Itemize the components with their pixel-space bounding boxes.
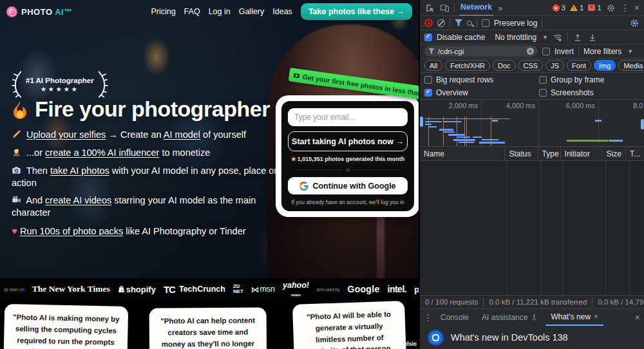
requests-table-header: Name Status Type Initiator Size T...	[420, 147, 644, 161]
nav-ideas[interactable]: Ideas	[272, 7, 292, 16]
column-initiator[interactable]: Initiator	[561, 147, 603, 160]
screenshots-label: Screenshots	[551, 88, 594, 97]
issue-icon	[588, 5, 595, 11]
invert-checkbox[interactable]	[542, 48, 550, 55]
star-icon: ★	[291, 156, 296, 162]
close-drawer-icon[interactable]: ×	[635, 312, 640, 323]
column-time[interactable]: T...	[626, 147, 644, 160]
waterfall-bar	[464, 117, 465, 146]
overview-right-handle[interactable]	[641, 119, 644, 129]
transferred-size: 0.0 kB / 11,221 kB transferred	[489, 298, 587, 306]
chip-font[interactable]: Font	[567, 60, 591, 71]
throttling-select[interactable]: No throttling	[495, 33, 536, 42]
error-icon: ×	[553, 5, 560, 12]
record-icon[interactable]	[424, 19, 433, 27]
heart-icon: ♥	[12, 225, 17, 236]
warnings-badge[interactable]: 1	[570, 4, 583, 12]
requests-table-body[interactable]	[420, 161, 644, 295]
column-size[interactable]: Size	[602, 147, 626, 160]
drawer-tab-whats-new[interactable]: What's new×	[545, 309, 603, 326]
network-settings-icon[interactable]	[629, 18, 639, 28]
waterfall-bar	[429, 126, 437, 127]
chip-all[interactable]: All	[424, 60, 442, 71]
link-take-ai-photos[interactable]: take AI photos	[50, 165, 109, 176]
link-photo-packs[interactable]: Run 100s of photo packs	[20, 226, 123, 236]
waterfall-bar	[457, 117, 457, 146]
drawer-tab-ai-assistance[interactable]: AI assistance	[477, 310, 543, 325]
pencil-icon	[12, 129, 22, 139]
site-header: PHOTO AI™ Pricing FAQ Log in Gallery Ide…	[0, 0, 419, 23]
link-create-ai-videos[interactable]: create AI videos	[45, 195, 111, 205]
email-input[interactable]	[288, 108, 408, 126]
award-badge: #1 AI Photographer ★★★★★	[12, 70, 108, 99]
chip-js[interactable]: JS	[545, 60, 564, 71]
award-text: #1 AI Photographer	[26, 77, 94, 84]
bullet-photo-packs: ♥Run 100s of photo packs like AI Photogr…	[12, 225, 290, 238]
drawer-menu-dots-icon[interactable]: ⋮	[424, 312, 433, 323]
bullet-text: And	[26, 195, 45, 205]
waterfall-bar	[466, 117, 467, 146]
close-tab-icon[interactable]: ×	[594, 312, 598, 321]
big-request-rows-checkbox[interactable]	[424, 76, 432, 84]
nav-login[interactable]: Log in	[209, 7, 231, 16]
screenshots-checkbox[interactable]	[539, 89, 547, 97]
start-photos-button[interactable]: Start taking AI photos now →	[288, 131, 408, 151]
used-by-label: and used by	[317, 287, 339, 292]
chip-css[interactable]: CSS	[518, 60, 544, 71]
as-seen-on-label: as seen on	[4, 287, 24, 292]
nav-faq[interactable]: FAQ	[184, 7, 200, 16]
link-upload-selfies[interactable]: Upload your selfies	[26, 129, 106, 140]
take-photos-cta-button[interactable]: Take photos like these →	[301, 3, 412, 20]
filter-value: /cdn-cgi	[438, 48, 524, 55]
close-devtools-icon[interactable]: ×	[634, 3, 639, 13]
award-stars: ★★★★★	[26, 86, 94, 93]
link-ai-influencer[interactable]: create a 100% AI influencer	[45, 147, 159, 158]
movie-camera-icon	[12, 195, 22, 205]
export-har-icon[interactable]	[587, 32, 598, 42]
bullet-text: Then	[26, 165, 50, 176]
network-overview-pane[interactable]: 2,000 ms 4,000 ms 6,000 ms 8,0	[420, 100, 644, 147]
drawer-tabbar: ⋮ Console AI assistance What's new× ×	[420, 308, 644, 326]
preserve-log-label: Preserve log	[494, 19, 537, 28]
chip-media[interactable]: Media	[618, 60, 644, 71]
waterfall-bar	[425, 121, 442, 122]
filter-input[interactable]: /cdn-cgi ×	[424, 46, 538, 57]
device-toolbar-icon[interactable]	[439, 3, 450, 13]
import-har-icon[interactable]	[573, 32, 583, 42]
overview-left-handle[interactable]	[420, 117, 423, 127]
column-status[interactable]: Status	[505, 147, 538, 160]
link-ai-model[interactable]: AI model	[164, 129, 200, 140]
issues-badge[interactable]: 1	[588, 4, 601, 12]
bullet-take-photos: Then take AI photos with your AI model i…	[12, 165, 290, 189]
group-by-frame-checkbox[interactable]	[539, 76, 547, 84]
bullet-text: → Create an	[106, 129, 163, 140]
more-tabs-icon[interactable]: »	[498, 3, 502, 13]
inspect-element-icon[interactable]	[424, 3, 435, 13]
clear-filter-icon[interactable]: ×	[527, 48, 534, 55]
errors-badge[interactable]: ×3	[553, 4, 565, 12]
network-conditions-icon[interactable]	[553, 32, 563, 42]
google-signin-button[interactable]: Continue with Google	[288, 177, 408, 194]
disable-cache-checkbox[interactable]	[424, 33, 432, 41]
zdnet-logo: ZDNET	[233, 284, 243, 294]
more-filters-dropdown[interactable]: More filters	[583, 47, 621, 56]
menu-dots-icon[interactable]: ⋮	[621, 3, 630, 13]
column-name[interactable]: Name	[420, 147, 505, 160]
search-icon[interactable]	[467, 21, 472, 26]
nav-pricing[interactable]: Pricing	[151, 7, 175, 16]
column-type[interactable]: Type	[538, 147, 561, 160]
chip-fetch-xhr[interactable]: Fetch/XHR	[445, 60, 490, 71]
nav-gallery[interactable]: Gallery	[239, 7, 265, 16]
tab-network[interactable]: Network	[459, 0, 493, 16]
chip-img[interactable]: Img	[594, 60, 616, 71]
settings-gear-icon[interactable]	[606, 3, 616, 13]
chip-doc[interactable]: Doc	[493, 60, 516, 71]
clear-log-icon[interactable]	[437, 19, 445, 27]
overview-checkbox[interactable]	[424, 89, 432, 97]
site-logo[interactable]: PHOTO AI™	[6, 6, 73, 17]
preserve-log-checkbox[interactable]	[482, 19, 489, 27]
drawer-tab-console[interactable]: Console	[435, 310, 474, 325]
filter-icon[interactable]	[455, 19, 462, 26]
shopify-logo: shopify	[118, 285, 156, 294]
testimonial-card: "Photo AI can help content creators save…	[149, 307, 267, 349]
